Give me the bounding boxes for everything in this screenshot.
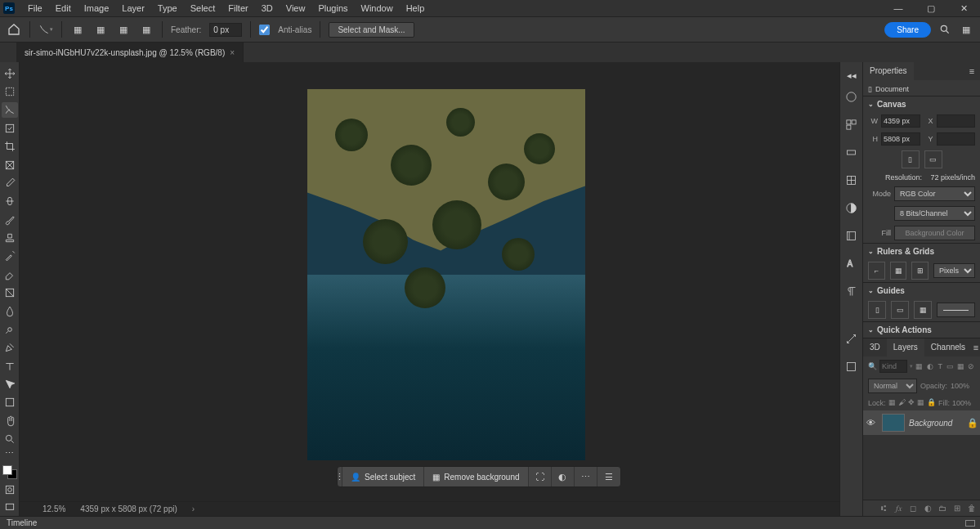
opacity-input[interactable] [951, 382, 975, 390]
frame-tool[interactable] [2, 157, 18, 173]
layer-filter-input[interactable] [879, 360, 907, 373]
guides-lock-icon[interactable]: ▭ [891, 301, 909, 319]
hand-tool[interactable] [2, 413, 18, 428]
eraser-tool[interactable] [2, 267, 18, 282]
bit-depth-select[interactable]: 8 Bits/Channel [894, 206, 975, 221]
color-panel-icon[interactable] [844, 88, 860, 105]
menu-layer[interactable]: Layer [115, 1, 151, 16]
canvas-width-input[interactable] [881, 114, 920, 128]
tab-close-icon[interactable]: × [230, 48, 235, 57]
libraries-panel-icon[interactable] [844, 227, 860, 244]
orientation-portrait-icon[interactable]: ▯ [902, 150, 920, 168]
search-icon[interactable] [937, 22, 952, 37]
layers-tab[interactable]: Layers [887, 338, 924, 356]
path-selection-tool[interactable] [2, 376, 18, 392]
history-brush-tool[interactable] [2, 249, 18, 264]
layer-group-icon[interactable]: 🗀 [937, 504, 947, 513]
filter-shape-icon[interactable]: ▭ [946, 361, 955, 371]
menu-3d[interactable]: 3D [255, 1, 280, 16]
gradients-panel-icon[interactable] [844, 144, 860, 160]
filter-type-icon[interactable]: T [936, 361, 944, 371]
fill-background-button[interactable]: Background Color [894, 226, 975, 240]
document-tab[interactable]: sir-simo-iNGbHU7v22k-unsplash.jpg @ 12.5… [16, 43, 244, 62]
filter-smart-icon[interactable]: ▦ [957, 361, 965, 371]
color-mode-select[interactable]: RGB Color [894, 186, 975, 201]
layers-panel-menu-icon[interactable]: ≡ [972, 338, 980, 356]
menu-edit[interactable]: Edit [49, 1, 78, 16]
ruler-units-select[interactable]: Pixels [933, 263, 975, 278]
object-selection-tool[interactable] [2, 120, 18, 136]
filter-adjust-icon[interactable]: ◐ [926, 361, 934, 371]
eyedropper-tool[interactable] [2, 175, 18, 191]
screen-mode-icon[interactable] [2, 500, 18, 516]
filter-pixel-icon[interactable]: ▦ [915, 361, 924, 371]
layer-name[interactable]: Background [909, 419, 963, 428]
workspace-icon[interactable]: ▦ [959, 22, 973, 37]
move-tool[interactable] [2, 65, 18, 81]
guides-style-button[interactable] [937, 303, 975, 317]
character-panel-icon[interactable]: A [844, 255, 860, 271]
layer-lock-icon[interactable]: 🔒 [967, 418, 977, 428]
blend-mode-select[interactable]: Normal [868, 379, 917, 393]
canvas-height-input[interactable] [881, 132, 920, 146]
guides-toggle-icon[interactable]: ▯ [868, 301, 886, 319]
layer-row[interactable]: 👁 Background 🔒 [863, 410, 980, 435]
zoom-level[interactable]: 12.5% [43, 504, 65, 513]
lock-position-icon[interactable]: ✥ [908, 398, 915, 408]
menu-file[interactable]: File [21, 1, 49, 16]
toolbar-more-icon[interactable]: ⋯ [2, 450, 18, 458]
dock-resize-icon[interactable] [965, 520, 975, 527]
antialias-checkbox[interactable] [259, 25, 270, 35]
zoom-tool[interactable] [2, 432, 18, 447]
pixel-grid-icon[interactable]: ⊞ [911, 262, 929, 280]
gradient-tool[interactable] [2, 285, 18, 301]
brush-tool[interactable] [2, 212, 18, 227]
canvas-area[interactable]: ⋮ 👤Select subject ▦Remove background ⛶ ◐… [20, 62, 839, 516]
adjustments-icon[interactable]: ◐ [552, 467, 575, 486]
type-tool[interactable] [2, 358, 18, 374]
grid-icon[interactable]: ▦ [890, 262, 907, 280]
healing-tool[interactable] [2, 194, 18, 209]
layer-visibility-icon[interactable]: 👁 [866, 418, 878, 428]
history-panel-icon[interactable] [844, 358, 860, 374]
lock-transparent-icon[interactable]: ▦ [888, 398, 896, 408]
guides-add-icon[interactable]: ▦ [914, 301, 932, 319]
patterns-panel-icon[interactable] [844, 172, 860, 188]
selection-add-icon[interactable]: ▦ [93, 22, 108, 37]
layer-mask-icon[interactable]: ◻ [908, 504, 918, 513]
lasso-tool[interactable] [2, 102, 18, 118]
layer-fx-icon[interactable]: 𝑓𝑥 [893, 504, 903, 513]
layer-thumbnail[interactable] [882, 414, 905, 432]
blur-tool[interactable] [2, 303, 18, 319]
swatches-panel-icon[interactable] [844, 116, 860, 132]
expand-dock-icon[interactable]: ◂◂ [844, 67, 860, 83]
selection-new-icon[interactable]: ▦ [70, 22, 85, 37]
rulers-icon[interactable]: ⌐ [868, 262, 885, 280]
more-icon[interactable]: ⋯ [575, 467, 597, 486]
stamp-tool[interactable] [2, 230, 18, 245]
menu-help[interactable]: Help [400, 1, 432, 16]
shape-tool[interactable] [2, 395, 18, 410]
lock-all-icon[interactable]: 🔒 [927, 398, 936, 408]
3d-tab[interactable]: 3D [863, 338, 887, 356]
menu-window[interactable]: Window [355, 1, 400, 16]
delete-layer-icon[interactable]: 🗑 [967, 504, 977, 513]
channels-tab[interactable]: Channels [924, 338, 972, 356]
link-layers-icon[interactable]: ⑆ [879, 504, 888, 513]
paragraph-panel-icon[interactable] [844, 283, 860, 299]
feather-input[interactable] [209, 23, 242, 37]
window-minimize-icon[interactable]: — [882, 0, 915, 16]
menu-plugins[interactable]: Plugins [311, 1, 354, 16]
dodge-tool[interactable] [2, 321, 18, 337]
select-subject-button[interactable]: 👤Select subject [342, 467, 424, 486]
orientation-landscape-icon[interactable]: ▭ [924, 150, 942, 168]
tool-preset-icon[interactable]: ▾ [38, 22, 53, 37]
panel-menu-icon[interactable]: ≡ [964, 62, 980, 80]
crop-tool[interactable] [2, 139, 18, 155]
modify-panel-icon[interactable] [844, 330, 860, 347]
new-layer-icon[interactable]: ⊞ [952, 504, 962, 513]
window-close-icon[interactable]: ✕ [947, 0, 980, 16]
rulers-section-header[interactable]: ⌄Rulers & Grids [863, 244, 980, 259]
marquee-tool[interactable] [2, 83, 18, 99]
menu-image[interactable]: Image [78, 1, 116, 16]
